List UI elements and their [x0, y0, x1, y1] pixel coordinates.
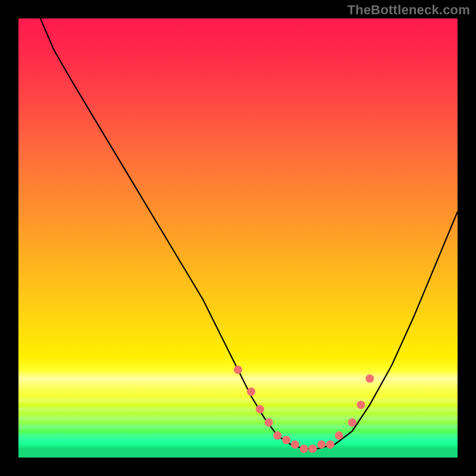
highlight-dot	[247, 387, 255, 396]
bottleneck-curve	[40, 18, 458, 449]
highlight-dot	[282, 436, 290, 444]
curve-line	[40, 18, 458, 449]
plot-area	[18, 18, 458, 458]
highlight-dot	[317, 440, 325, 449]
chart-frame: TheBottleneck.com	[0, 0, 476, 476]
highlight-dot	[234, 365, 242, 374]
highlight-dot	[335, 431, 343, 440]
highlight-dot	[291, 440, 299, 449]
highlight-dots	[234, 365, 374, 453]
highlight-dot	[300, 444, 308, 453]
attribution-text: TheBottleneck.com	[347, 2, 470, 18]
highlight-dot	[357, 400, 365, 409]
highlight-dot	[348, 418, 356, 427]
highlight-dot	[273, 431, 281, 440]
highlight-dot	[256, 405, 264, 414]
highlight-dot	[265, 418, 273, 427]
curve-svg	[18, 18, 458, 458]
highlight-dot	[309, 444, 317, 453]
highlight-dot	[365, 374, 374, 383]
highlight-dot	[326, 440, 334, 449]
